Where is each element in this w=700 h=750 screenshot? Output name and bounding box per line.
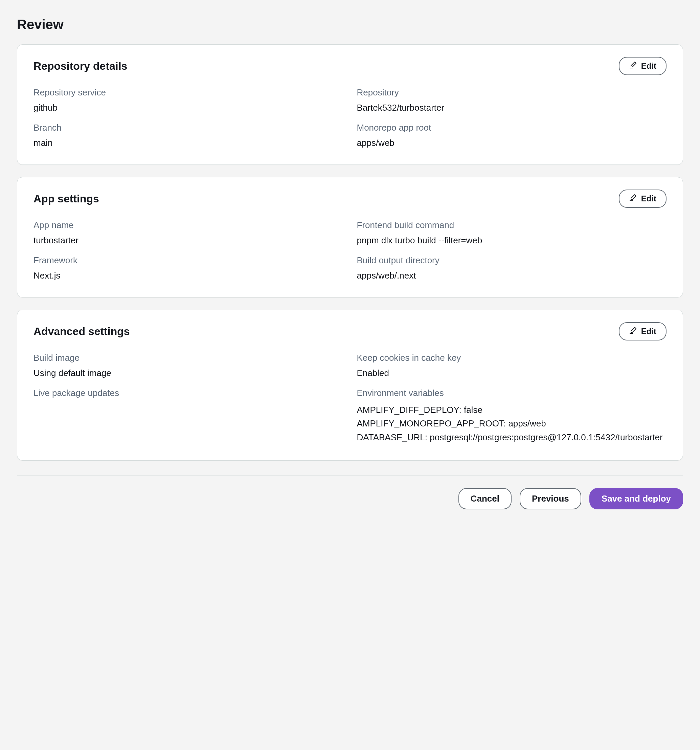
field-environment-variables: Environment variables AMPLIFY_DIFF_DEPLO… [357, 388, 667, 444]
field-label: Keep cookies in cache key [357, 353, 667, 363]
field-build-command: Frontend build command pnpm dlx turbo bu… [357, 220, 667, 246]
field-keep-cookies: Keep cookies in cache key Enabled [357, 353, 667, 378]
edit-icon [629, 326, 637, 337]
edit-repository-button[interactable]: Edit [619, 57, 666, 75]
advanced-settings-title: Advanced settings [34, 325, 130, 338]
page-title: Review [17, 17, 683, 32]
field-app-name: App name turbostarter [34, 220, 344, 246]
app-settings-card: App settings Edit App name turbostarter … [17, 177, 683, 298]
field-monorepo-root: Monorepo app root apps/web [357, 123, 667, 148]
field-label: Framework [34, 255, 344, 266]
field-value: main [34, 138, 344, 148]
field-value: apps/web [357, 138, 667, 148]
repository-details-card: Repository details Edit Repository servi… [17, 45, 683, 165]
divider [17, 475, 683, 476]
field-label: Live package updates [34, 388, 344, 398]
env-var-item: AMPLIFY_DIFF_DEPLOY: false [357, 403, 667, 416]
field-label: Repository service [34, 87, 344, 98]
field-value: github [34, 103, 344, 113]
previous-button[interactable]: Previous [520, 488, 581, 509]
field-branch: Branch main [34, 123, 344, 148]
field-label: Environment variables [357, 388, 667, 398]
save-and-deploy-button[interactable]: Save and deploy [589, 488, 683, 509]
footer-actions: Cancel Previous Save and deploy [17, 488, 683, 509]
field-live-package-updates: Live package updates [34, 388, 344, 444]
field-value: Enabled [357, 368, 667, 378]
field-value: Bartek532/turbostarter [357, 103, 667, 113]
field-label: Build output directory [357, 255, 667, 266]
advanced-settings-card: Advanced settings Edit Build image Using… [17, 310, 683, 461]
field-repository-service: Repository service github [34, 87, 344, 113]
field-value: pnpm dlx turbo build --filter=web [357, 235, 667, 246]
field-output-directory: Build output directory apps/web/.next [357, 255, 667, 281]
env-var-list: AMPLIFY_DIFF_DEPLOY: falseAMPLIFY_MONORE… [357, 403, 667, 444]
field-value: Using default image [34, 368, 344, 378]
edit-button-label: Edit [641, 61, 656, 71]
field-label: Build image [34, 353, 344, 363]
field-label: Frontend build command [357, 220, 667, 231]
field-build-image: Build image Using default image [34, 353, 344, 378]
field-repository: Repository Bartek532/turbostarter [357, 87, 667, 113]
edit-app-settings-button[interactable]: Edit [619, 189, 666, 208]
app-settings-title: App settings [34, 192, 99, 205]
edit-icon [629, 61, 637, 71]
edit-icon [629, 194, 637, 204]
edit-button-label: Edit [641, 327, 656, 336]
cancel-button[interactable]: Cancel [459, 488, 511, 509]
edit-button-label: Edit [641, 194, 656, 203]
field-framework: Framework Next.js [34, 255, 344, 281]
field-value: apps/web/.next [357, 270, 667, 281]
field-label: Monorepo app root [357, 123, 667, 133]
repository-details-title: Repository details [34, 60, 127, 72]
edit-advanced-settings-button[interactable]: Edit [619, 322, 666, 340]
field-label: App name [34, 220, 344, 231]
field-value: Next.js [34, 270, 344, 281]
field-value: turbostarter [34, 235, 344, 246]
field-label: Repository [357, 87, 667, 98]
env-var-item: DATABASE_URL: postgresql://postgres:post… [357, 430, 667, 444]
field-label: Branch [34, 123, 344, 133]
env-var-item: AMPLIFY_MONOREPO_APP_ROOT: apps/web [357, 416, 667, 430]
